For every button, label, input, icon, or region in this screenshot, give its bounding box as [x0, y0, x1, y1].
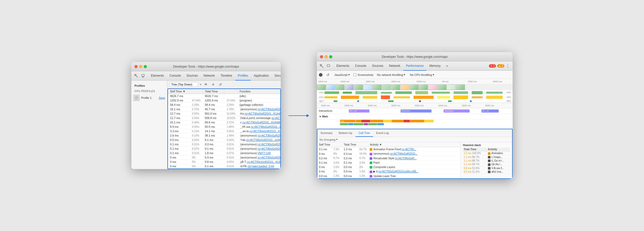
cpu-throttle-dropdown[interactable]: No CPU throttling ▾	[409, 73, 435, 77]
left-close-button[interactable]	[134, 65, 138, 68]
no-grouping-dropdown[interactable]: No Grouping ▾	[319, 138, 338, 141]
thumb-4	[345, 84, 354, 90]
cell-self-pct: 0.10%	[190, 133, 203, 138]
profile-1-item[interactable]: Profile 1 Save	[131, 94, 167, 102]
reload-button[interactable]: ↺	[325, 72, 331, 78]
js-dropdown[interactable]: JavaScript ▾	[333, 73, 351, 77]
right-inspect-icon[interactable]	[319, 63, 325, 69]
right-device-icon[interactable]	[326, 63, 331, 69]
right-maximize-button[interactable]	[329, 55, 332, 58]
tab-application[interactable]: Application	[251, 71, 272, 81]
act-col-self-time[interactable]: Self Time	[317, 142, 332, 147]
tab-security[interactable]: Security	[272, 71, 281, 81]
col-total-time[interactable]: Total Time	[203, 89, 225, 94]
fn-link[interactable]: rs=ACT90oGqRZGG...KUlgM95Hw:1662	[251, 125, 281, 128]
right-tab-console[interactable]: Console	[352, 61, 369, 71]
cell-self-pct	[190, 94, 203, 98]
fn-link[interactable]: rs=ACT90oGqRZGG...wVKUlgM95Hw:90	[246, 138, 281, 141]
tree-dropdown[interactable]: Tree (Top Down)	[170, 82, 198, 87]
cell-total: 58.4 ms	[203, 103, 225, 107]
fn-link[interactable]: rs=ACT90oGqRZGG...KUlgM95Hw:1483	[249, 130, 281, 133]
fn-link[interactable]: rs=ACT90oGqRZGG...KUlgM95Hw:1799	[244, 112, 281, 115]
activity-row: 0.1 ms 7.3% 1.2 ms 64.7% Animation Frame…	[317, 147, 461, 152]
fn-link[interactable]: cb=gapi.loaded_0:44	[248, 165, 274, 168]
panel-tab-bottom-up[interactable]: Bottom-Up	[336, 130, 355, 137]
flame-block-5	[384, 120, 391, 122]
fn-link[interactable]: rs=ACT90oGqRZGG...KUlgM95Hw:679	[258, 147, 281, 150]
clear-btn[interactable]: ✕	[210, 82, 216, 87]
tab-sources[interactable]: Sources	[184, 71, 200, 81]
cpu-track: CPU CPU	[317, 95, 513, 100]
activity-link[interactable]: rs=ACT90oGqR...	[395, 157, 417, 160]
left-toolbar-icons	[133, 73, 146, 79]
right-tab-sources[interactable]: Sources	[369, 61, 386, 71]
right-tab-more[interactable]: »	[444, 61, 451, 71]
fn-link[interactable]: rs=ACT90oGqRZGG...KUlgM95Hw:1929	[242, 121, 281, 124]
tab-elements[interactable]: Elements	[148, 71, 166, 81]
left-minimize-button[interactable]	[139, 65, 142, 68]
screenshots-checkbox[interactable]	[353, 73, 357, 76]
cell-total: 9626.7 ms	[203, 94, 225, 98]
right-minimize-button[interactable]	[325, 55, 328, 58]
main-label[interactable]: ▼ Main	[317, 115, 330, 118]
fn-link[interactable]: rs=ACT90oGqRZGG...KUlgM95Hw:1176	[258, 143, 281, 146]
panel-tab-summary[interactable]: Summary	[317, 130, 336, 137]
flame-block-8	[410, 120, 424, 122]
svg-rect-20	[394, 96, 410, 98]
tab-console[interactable]: Console	[167, 71, 183, 81]
right-tab-memory[interactable]: Memory	[427, 61, 443, 71]
fps-right-label: FPS	[506, 91, 513, 94]
cell-total-pct: 21.94%	[225, 111, 238, 116]
network-throttle-dropdown[interactable]: No network throttling ▾	[376, 73, 406, 77]
tab-timeline[interactable]: Timeline	[218, 71, 235, 81]
col-self-time[interactable]: Self Time ▼	[168, 89, 190, 94]
cell-total: 50.5 ms	[203, 125, 225, 129]
panel-tab-event-log[interactable]: Event Log	[373, 130, 392, 137]
fn-link[interactable]: rs=ACT90oGqRZGG...KUlgM95Hw:2407	[247, 160, 281, 163]
right-toolbar-icons	[319, 63, 331, 69]
thumb-13	[428, 84, 437, 90]
activity-link[interactable]: rs=ACT90...	[402, 148, 416, 151]
activity-name: Paint	[373, 161, 379, 164]
act-cell-activity: Paint	[368, 160, 460, 165]
right-close-button[interactable]	[320, 55, 323, 58]
right-tab-performance[interactable]: Performance	[403, 61, 426, 71]
fn-name: yB.T	[240, 160, 246, 163]
record-button[interactable]	[319, 73, 323, 77]
svg-rect-21	[413, 96, 434, 99]
activity-link[interactable]: rs=ACT90oGqRZGGxuWo-z8B...	[378, 170, 418, 173]
inspect-icon[interactable]	[133, 73, 139, 79]
act-col-activity[interactable]: Activity ▼	[368, 142, 460, 147]
fn-link[interactable]: VM77:139	[258, 152, 270, 155]
act-col-total-time[interactable]: Total Time	[342, 142, 358, 147]
fn-link[interactable]: rs=ACT90oGqRZGG...KUlgM95Hw:1745	[258, 134, 281, 137]
heaviest-total: 1.1 ms 88.7%	[463, 163, 487, 166]
right-tab-elements[interactable]: Elements	[334, 61, 352, 71]
screenshots-control: Screenshots	[353, 73, 373, 76]
fn-link[interactable]: rs=ACT90oGqRZGG...KUlgM95Hw:2408	[258, 156, 281, 159]
fn-link[interactable]: rs=ACT90oGqRZGG...VKUlgM95Hw:126	[258, 108, 281, 111]
right-more-menu-icon[interactable]: ⋮	[505, 63, 511, 69]
table-row: 0 ms 0% 0.3 ms 0.01% (anonymous) rs=ACT9…	[168, 155, 281, 160]
activity-link[interactable]: rs=ACT90oGqRZGG...	[390, 152, 418, 155]
col-function: Function	[238, 89, 281, 94]
refresh-btn[interactable]: ↺	[217, 82, 223, 87]
tab-profiles[interactable]: Profiles	[235, 71, 251, 81]
cell-self-pct: 0.02%	[190, 138, 203, 142]
left-maximize-button[interactable]	[144, 65, 147, 68]
right-tab-network[interactable]: Network	[386, 61, 403, 71]
cell-total-pct: 0.01%	[225, 155, 238, 160]
cell-self-pct: 0.35%	[190, 125, 203, 129]
act-cell-total-pct: 1.3%	[358, 174, 368, 178]
panel-tabs-row: Summary Bottom-Up Call Tree Event Log	[317, 129, 512, 137]
tab-network[interactable]: Network	[201, 71, 217, 81]
eye-icon-btn[interactable]: 👁	[203, 82, 209, 87]
panel-tab-call-tree[interactable]: Call Tree	[355, 130, 373, 137]
tree-dropdown-wrapper[interactable]: Tree (Top Down)	[170, 82, 198, 87]
fn-link[interactable]: rs=ACT90oGqRZGG...KUlgM95Hw:88	[272, 116, 281, 120]
svg-rect-11	[416, 91, 428, 94]
left-titlebar: Developer Tools - https://www.google.com…	[131, 62, 281, 71]
device-icon[interactable]	[140, 73, 146, 79]
save-link[interactable]: Save	[159, 96, 165, 99]
act-cell-self: 0.2 ms	[317, 156, 332, 160]
